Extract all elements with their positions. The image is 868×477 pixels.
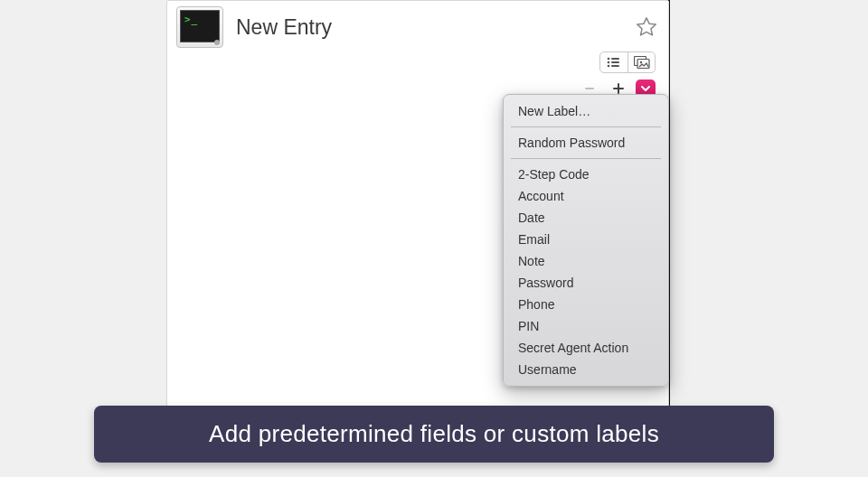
- svg-point-0: [608, 58, 610, 61]
- list-icon: [607, 57, 621, 68]
- menu-item-note[interactable]: Note: [504, 250, 668, 272]
- view-mode-toolbar: [167, 50, 668, 73]
- view-mode-group: [599, 51, 656, 73]
- menu-item-username[interactable]: Username: [504, 359, 668, 380]
- svg-rect-7: [637, 60, 649, 69]
- caption-annotation: Add predetermined fields or custom label…: [94, 406, 774, 463]
- star-icon: [635, 15, 658, 39]
- caption-text: Add predetermined fields or custom label…: [209, 420, 659, 447]
- image-view-button[interactable]: [627, 52, 655, 72]
- menu-item-pin[interactable]: PIN: [504, 315, 668, 337]
- menu-separator: [511, 126, 661, 127]
- menu-item-email[interactable]: Email: [504, 229, 668, 250]
- menu-item-phone[interactable]: Phone: [504, 294, 668, 315]
- svg-rect-3: [611, 61, 619, 63]
- list-view-button[interactable]: [600, 52, 627, 72]
- menu-item-account[interactable]: Account: [504, 185, 668, 207]
- minus-icon: [583, 82, 596, 95]
- menu-item-2-step-code[interactable]: 2-Step Code: [504, 164, 668, 185]
- chevron-down-icon: [640, 83, 651, 94]
- menu-item-secret-agent-action[interactable]: Secret Agent Action: [504, 337, 668, 359]
- svg-point-2: [608, 61, 610, 64]
- favorite-button[interactable]: [634, 14, 659, 40]
- entry-title[interactable]: New Entry: [236, 15, 332, 40]
- entry-header: New Entry: [167, 1, 668, 50]
- image-icon: [634, 56, 650, 69]
- svg-rect-9: [585, 88, 594, 89]
- menu-item-random-password[interactable]: Random Password: [504, 132, 668, 154]
- menu-item-new-label[interactable]: New Label…: [504, 100, 668, 122]
- add-field-menu: New Label… Random Password 2-Step CodeAc…: [503, 94, 669, 387]
- plus-icon: [612, 82, 625, 95]
- svg-rect-5: [611, 65, 619, 67]
- menu-item-date[interactable]: Date: [504, 207, 668, 229]
- svg-rect-1: [611, 58, 619, 60]
- svg-point-8: [639, 61, 641, 63]
- svg-rect-11: [613, 88, 624, 89]
- entry-type-icon[interactable]: [176, 6, 223, 48]
- menu-separator: [511, 158, 661, 159]
- header-left: New Entry: [176, 6, 332, 48]
- menu-item-password[interactable]: Password: [504, 272, 668, 294]
- svg-point-4: [608, 65, 610, 68]
